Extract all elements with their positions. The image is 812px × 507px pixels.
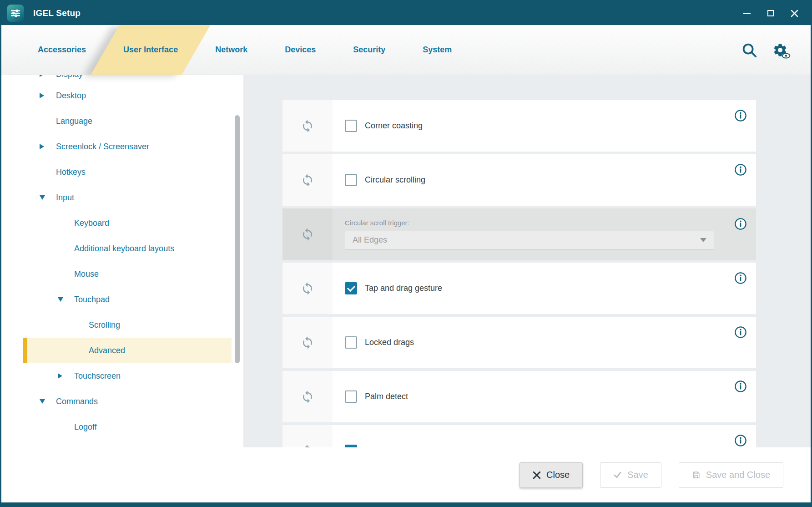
save-button[interactable]: Save xyxy=(600,462,661,488)
tab-label: System xyxy=(423,45,452,55)
checkbox-locked-drags[interactable] xyxy=(345,336,357,349)
sidebar-item-input[interactable]: Input xyxy=(1,185,243,210)
sidebar-item-commands[interactable]: Commands xyxy=(1,389,243,414)
sidebar-item-label: Desktop xyxy=(56,91,86,101)
tab-accessories[interactable]: Accessories xyxy=(30,25,94,75)
sidebar-item-logoff[interactable]: Logoff xyxy=(1,414,243,440)
sidebar-item-screenlock-screensaver[interactable]: Screenlock / Screensaver xyxy=(1,134,243,159)
close-button[interactable] xyxy=(782,1,806,25)
info-button[interactable] xyxy=(734,163,747,176)
sidebar-item-label: Language xyxy=(56,117,92,126)
setting-row-clipped xyxy=(282,425,756,447)
tab-user-interface[interactable]: User Interface xyxy=(115,25,186,75)
info-button[interactable] xyxy=(734,380,747,393)
sidebar-item-touchpad[interactable]: Touchpad xyxy=(1,287,243,312)
info-button[interactable] xyxy=(734,109,747,122)
checkbox-setting: Tap and drag gesture xyxy=(333,263,756,314)
sidebar-item-label: Commands xyxy=(56,397,98,406)
setting-row-locked-drags: Locked drags xyxy=(282,317,756,368)
setting-row-corner-coasting: Corner coasting xyxy=(282,100,756,152)
save-and-close-button[interactable]: Save and Close xyxy=(679,462,783,488)
reset-sync-icon xyxy=(301,444,314,448)
info-icon xyxy=(734,272,747,284)
reset-to-default-button[interactable] xyxy=(282,100,333,152)
sidebar-item-label: Touchscreen xyxy=(74,371,121,381)
tab-system[interactable]: System xyxy=(414,25,460,75)
checkbox-circular-scrolling[interactable] xyxy=(345,174,357,186)
reset-to-default-button[interactable] xyxy=(282,425,333,447)
checkbox-clipped[interactable] xyxy=(345,445,357,447)
sidebar-item-label: Display xyxy=(56,75,83,79)
sidebar-item-language[interactable]: Language xyxy=(1,108,243,134)
info-button[interactable] xyxy=(734,272,747,284)
reset-sync-icon xyxy=(301,119,314,133)
reset-to-default-button[interactable] xyxy=(282,154,333,206)
sidebar-item-mouse[interactable]: Mouse xyxy=(1,261,243,287)
settings-gear-icon[interactable] xyxy=(771,41,790,60)
info-icon xyxy=(734,326,747,339)
sidebar-item-touchscreen[interactable]: Touchscreen xyxy=(1,363,243,389)
sidebar-item-advanced[interactable]: Advanced xyxy=(1,338,243,363)
footer-bar: CloseSaveSave and Close xyxy=(1,447,811,502)
sidebar-item-additional-keyboard-layouts[interactable]: Additional keyboard layouts xyxy=(1,236,243,261)
floppy-disk-icon xyxy=(692,471,701,479)
maximize-button[interactable] xyxy=(759,1,782,25)
minimize-icon xyxy=(743,13,751,14)
info-button[interactable] xyxy=(734,218,747,230)
reset-to-default-button[interactable] xyxy=(282,208,333,260)
sidebar-item-hotkeys[interactable]: Hotkeys xyxy=(1,159,243,185)
checkbox-setting: Locked drags xyxy=(333,317,756,368)
reset-to-default-button[interactable] xyxy=(282,317,333,368)
chevron-right-icon xyxy=(40,75,56,77)
button-label: Save and Close xyxy=(706,470,770,480)
close-button[interactable]: Close xyxy=(519,462,583,488)
reset-sync-icon xyxy=(301,173,314,187)
tab-devices[interactable]: Devices xyxy=(277,25,324,75)
chevron-down-icon xyxy=(40,195,56,200)
minimize-button[interactable] xyxy=(735,1,759,25)
tab-label: User Interface xyxy=(123,45,178,55)
select-value: All Edges xyxy=(353,235,387,245)
settings-panel: Corner coastingCircular scrollingCircula… xyxy=(243,75,811,447)
search-icon[interactable] xyxy=(740,41,759,60)
checkbox-setting: Circular scrolling xyxy=(333,154,756,206)
checkbox-corner-coasting[interactable] xyxy=(345,120,357,132)
checkbox-label: Corner coasting xyxy=(365,121,423,131)
setting-row-palm-detect: Palm detect xyxy=(282,371,756,422)
chevron-down-icon xyxy=(58,297,74,302)
close-icon xyxy=(791,10,798,17)
reset-sync-icon xyxy=(301,228,314,241)
checkbox-setting: Corner coasting xyxy=(333,100,756,152)
checkbox-palm-detect[interactable] xyxy=(345,390,357,403)
sidebar-item-label: Logoff xyxy=(74,422,97,432)
sidebar-item-scrolling[interactable]: Scrolling xyxy=(1,312,243,338)
main-body: DisplayDesktopLanguageScreenlock / Scree… xyxy=(1,75,811,447)
reset-to-default-button[interactable] xyxy=(282,263,333,314)
checkbox-tap-and-drag-gesture[interactable] xyxy=(345,282,357,294)
igel-setup-window: IGEL Setup AccessoriesUser InterfaceNetw… xyxy=(0,0,812,507)
tab-label: Security xyxy=(353,45,385,55)
select-label: Circular scroll trigger: xyxy=(345,219,714,227)
info-icon xyxy=(734,109,747,122)
sidebar-item-label: Advanced xyxy=(89,346,125,355)
tab-label: Devices xyxy=(285,45,316,55)
reset-sync-icon xyxy=(301,390,314,404)
sidebar-item-label: Scrolling xyxy=(89,320,120,330)
select-dropdown[interactable]: All Edges xyxy=(345,231,714,250)
sidebar-scrollbar[interactable] xyxy=(235,115,240,363)
sidebar-item-label: Keyboard xyxy=(74,218,109,228)
reset-to-default-button[interactable] xyxy=(282,371,333,422)
reset-sync-icon xyxy=(301,282,314,295)
sidebar-item-desktop[interactable]: Desktop xyxy=(1,83,243,108)
chevron-down-icon xyxy=(40,399,56,404)
info-button[interactable] xyxy=(734,434,747,447)
info-button[interactable] xyxy=(734,326,747,339)
tab-network[interactable]: Network xyxy=(207,25,256,75)
reset-sync-icon xyxy=(301,336,314,350)
checkbox-setting xyxy=(333,425,756,447)
tab-security[interactable]: Security xyxy=(345,25,393,75)
tree-items: DisplayDesktopLanguageScreenlock / Scree… xyxy=(1,83,243,440)
window-controls xyxy=(735,1,806,25)
dropdown-caret-icon xyxy=(700,238,706,242)
sidebar-item-keyboard[interactable]: Keyboard xyxy=(1,210,243,236)
